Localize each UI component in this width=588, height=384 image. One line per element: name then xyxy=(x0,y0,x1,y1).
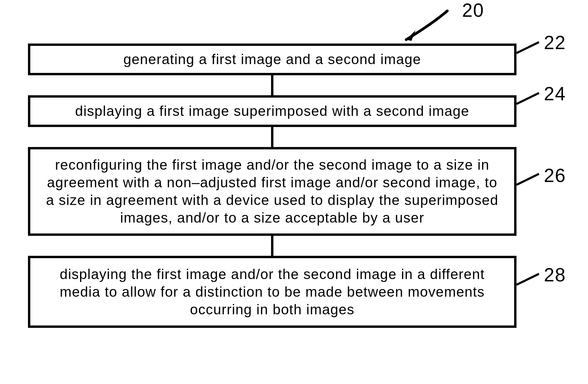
flowchart-step-3: reconfiguring the first image and/or the… xyxy=(28,147,516,236)
ref-tick-24 xyxy=(516,92,539,105)
flowchart-step-3-text: reconfiguring the first image and/or the… xyxy=(42,156,502,227)
flowchart-step-2: displaying a first image superimposed wi… xyxy=(28,95,516,127)
connector-1-2 xyxy=(271,75,273,95)
flowchart-step-4: displaying the first image and/or the se… xyxy=(28,256,516,328)
ref-arrow-main xyxy=(397,7,459,46)
flowchart-canvas: 20 generating a first image and a second… xyxy=(0,0,588,384)
ref-tick-26 xyxy=(516,173,539,186)
connector-3-4 xyxy=(271,236,273,256)
ref-label-22: 22 xyxy=(544,32,566,54)
flowchart-step-1: generating a first image and a second im… xyxy=(28,44,516,75)
connector-2-3 xyxy=(271,127,273,147)
ref-label-24: 24 xyxy=(544,83,566,105)
ref-label-main: 20 xyxy=(462,0,484,21)
flowchart-step-4-text: displaying the first image and/or the se… xyxy=(42,266,502,318)
ref-label-26: 26 xyxy=(544,165,566,186)
ref-label-28: 28 xyxy=(544,264,566,286)
ref-tick-28 xyxy=(516,273,539,286)
ref-tick-22 xyxy=(516,41,539,54)
flowchart-step-1-text: generating a first image and a second im… xyxy=(123,51,421,68)
flowchart-step-2-text: displaying a first image superimposed wi… xyxy=(75,102,469,120)
